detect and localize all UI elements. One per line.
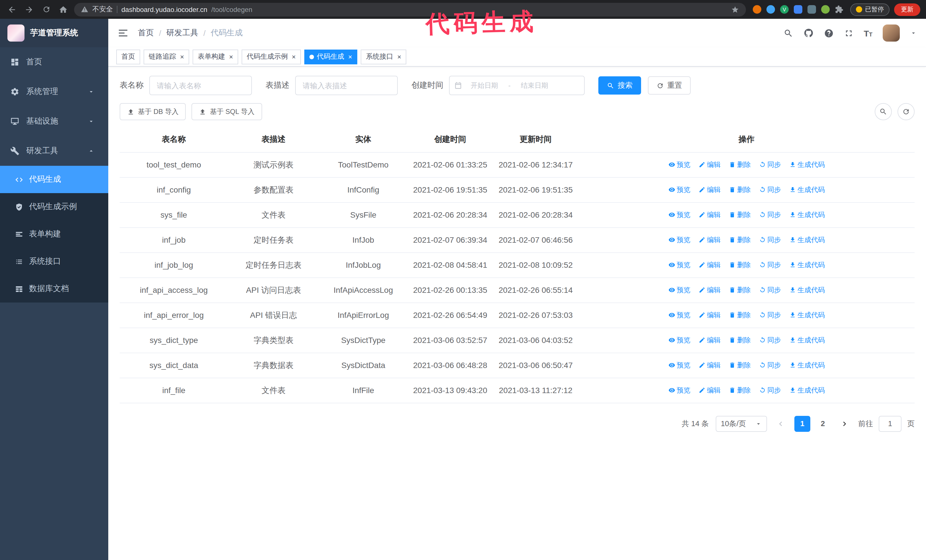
sidebar-subitem-3[interactable]: 系统接口 <box>0 248 108 275</box>
paused-badge[interactable]: 已暂停 <box>850 3 890 16</box>
action-edit-link[interactable]: 编辑 <box>698 359 720 371</box>
goto-page-input[interactable] <box>879 415 902 432</box>
extension-icon-fox[interactable] <box>753 5 761 14</box>
action-eye-link[interactable]: 预览 <box>668 308 690 321</box>
sidebar-item-1[interactable]: 系统管理 <box>0 77 108 107</box>
tab-3[interactable]: 代码生成示例× <box>242 49 301 64</box>
tab-1[interactable]: 链路追踪× <box>144 49 189 64</box>
date-end-input[interactable] <box>512 82 557 89</box>
extension-icon-grid[interactable] <box>794 5 802 14</box>
next-page-button[interactable] <box>837 415 852 432</box>
bookmark-star-icon[interactable] <box>731 5 739 14</box>
sidebar-subitem-4[interactable]: 数据库文档 <box>0 275 108 302</box>
tab-2[interactable]: 表单构建× <box>193 49 238 64</box>
sidebar-item-2[interactable]: 基础设施 <box>0 107 108 136</box>
tab-0[interactable]: 首页 <box>116 49 140 64</box>
tab-close-icon[interactable]: × <box>180 53 184 60</box>
date-start-input[interactable] <box>462 82 507 89</box>
action-download-link[interactable]: 生成代码 <box>789 359 825 371</box>
action-eye-link[interactable]: 预览 <box>668 208 690 221</box>
date-range-picker[interactable]: - <box>449 76 585 95</box>
action-edit-link[interactable]: 编辑 <box>698 183 720 196</box>
action-delete-link[interactable]: 删除 <box>729 158 751 171</box>
action-eye-link[interactable]: 预览 <box>668 158 690 171</box>
action-delete-link[interactable]: 删除 <box>729 308 751 321</box>
action-eye-link[interactable]: 预览 <box>668 183 690 196</box>
action-download-link[interactable]: 生成代码 <box>789 233 825 246</box>
reset-button[interactable]: 重置 <box>648 76 691 95</box>
page-number-1[interactable]: 1 <box>794 415 810 432</box>
action-delete-link[interactable]: 删除 <box>729 359 751 371</box>
table-name-input[interactable] <box>149 76 252 95</box>
action-delete-link[interactable]: 删除 <box>729 183 751 196</box>
toggle-search-button[interactable] <box>875 103 892 120</box>
fullscreen-icon[interactable] <box>844 28 853 38</box>
browser-forward-icon[interactable] <box>23 3 35 16</box>
page-number-2[interactable]: 2 <box>815 415 831 432</box>
action-download-link[interactable]: 生成代码 <box>789 284 825 296</box>
sidebar-subitem-0[interactable]: 代码生成 <box>0 166 108 193</box>
action-delete-link[interactable]: 删除 <box>729 233 751 246</box>
sidebar-subitem-2[interactable]: 表单构建 <box>0 220 108 248</box>
action-edit-link[interactable]: 编辑 <box>698 308 720 321</box>
action-download-link[interactable]: 生成代码 <box>789 334 825 346</box>
action-sync-link[interactable]: 同步 <box>759 334 781 346</box>
action-eye-link[interactable]: 预览 <box>668 284 690 296</box>
action-download-link[interactable]: 生成代码 <box>789 158 825 171</box>
action-sync-link[interactable]: 同步 <box>759 384 781 396</box>
action-download-link[interactable]: 生成代码 <box>789 208 825 221</box>
help-icon[interactable] <box>824 28 834 38</box>
breadcrumb-item-0[interactable]: 首页 <box>138 28 154 38</box>
avatar-caret-icon[interactable] <box>910 30 917 36</box>
action-eye-link[interactable]: 预览 <box>668 384 690 396</box>
browser-reload-icon[interactable] <box>40 3 53 16</box>
action-eye-link[interactable]: 预览 <box>668 258 690 271</box>
action-sync-link[interactable]: 同步 <box>759 233 781 246</box>
refresh-button[interactable] <box>897 103 915 120</box>
tab-close-icon[interactable]: × <box>348 53 352 60</box>
extension-icon-v[interactable]: V <box>780 5 789 14</box>
sidebar-subitem-1[interactable]: 代码生成示例 <box>0 193 108 220</box>
action-sync-link[interactable]: 同步 <box>759 258 781 271</box>
action-edit-link[interactable]: 编辑 <box>698 233 720 246</box>
action-edit-link[interactable]: 编辑 <box>698 284 720 296</box>
sidebar-item-0[interactable]: 首页 <box>0 47 108 77</box>
table-desc-input[interactable] <box>295 76 398 95</box>
action-eye-link[interactable]: 预览 <box>668 359 690 371</box>
action-edit-link[interactable]: 编辑 <box>698 208 720 221</box>
tab-5[interactable]: 系统接口× <box>361 49 406 64</box>
action-sync-link[interactable]: 同步 <box>759 284 781 296</box>
search-button[interactable]: 搜索 <box>598 76 641 95</box>
action-delete-link[interactable]: 删除 <box>729 284 751 296</box>
breadcrumb-item-1[interactable]: 研发工具 <box>166 28 198 38</box>
tab-close-icon[interactable]: × <box>292 53 296 60</box>
action-download-link[interactable]: 生成代码 <box>789 258 825 271</box>
action-edit-link[interactable]: 编辑 <box>698 258 720 271</box>
sidebar-logo[interactable]: 芋道管理系统 <box>0 19 108 47</box>
search-icon[interactable] <box>783 28 793 38</box>
browser-update-button[interactable]: 更新 <box>894 3 920 16</box>
action-sync-link[interactable]: 同步 <box>759 359 781 371</box>
action-delete-link[interactable]: 删除 <box>729 384 751 396</box>
extension-icon-tool[interactable] <box>808 5 816 14</box>
action-download-link[interactable]: 生成代码 <box>789 183 825 196</box>
extension-icon-leaf[interactable] <box>821 5 830 14</box>
action-delete-link[interactable]: 删除 <box>729 208 751 221</box>
menu-collapse-button[interactable] <box>117 27 129 39</box>
sidebar-item-3[interactable]: 研发工具 <box>0 136 108 166</box>
tab-close-icon[interactable]: × <box>397 53 401 60</box>
action-sync-link[interactable]: 同步 <box>759 158 781 171</box>
browser-home-icon[interactable] <box>57 3 70 16</box>
action-edit-link[interactable]: 编辑 <box>698 384 720 396</box>
action-sync-link[interactable]: 同步 <box>759 308 781 321</box>
action-sync-link[interactable]: 同步 <box>759 208 781 221</box>
action-delete-link[interactable]: 删除 <box>729 258 751 271</box>
action-download-link[interactable]: 生成代码 <box>789 384 825 396</box>
tab-close-icon[interactable]: × <box>229 53 233 60</box>
action-edit-link[interactable]: 编辑 <box>698 334 720 346</box>
tab-4[interactable]: 代码生成× <box>304 49 357 64</box>
import-db-button[interactable]: 基于 DB 导入 <box>120 103 186 120</box>
import-sql-button[interactable]: 基于 SQL 导入 <box>192 103 262 120</box>
prev-page-button[interactable] <box>773 415 789 432</box>
action-eye-link[interactable]: 预览 <box>668 233 690 246</box>
